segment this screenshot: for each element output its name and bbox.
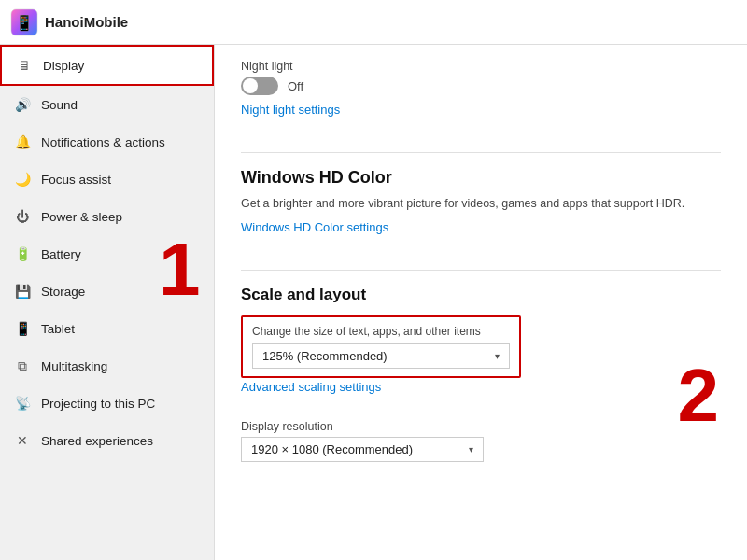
sidebar-item-tablet[interactable]: 📱 Tablet [0, 310, 214, 347]
notifications-icon: 🔔 [13, 133, 32, 151]
divider-2 [241, 270, 721, 271]
night-light-label: Night light [241, 60, 721, 73]
sidebar-item-shared[interactable]: ✕ Shared experiences [0, 422, 214, 459]
sidebar-label-battery: Battery [41, 247, 81, 261]
scale-dropdown-select[interactable]: 125% (Recommended) ▾ [252, 343, 510, 369]
sidebar-item-focus[interactable]: 🌙 Focus assist [0, 161, 214, 198]
night-light-toggle-row: Off [241, 77, 721, 95]
sidebar-label-storage: Storage [41, 285, 85, 299]
scale-dropdown-value: 125% (Recommended) [262, 349, 388, 363]
sidebar-label-projecting: Projecting to this PC [41, 397, 155, 411]
hd-color-title: Windows HD Color [241, 168, 721, 188]
logo-icon: 📱 [9, 7, 39, 37]
night-light-settings-link[interactable]: Night light settings [241, 103, 340, 117]
storage-icon: 💾 [13, 282, 32, 301]
sidebar-item-power[interactable]: ⏻ Power & sleep [0, 198, 214, 235]
sidebar-label-tablet: Tablet [41, 322, 75, 336]
sidebar-item-projecting[interactable]: 📡 Projecting to this PC [0, 385, 214, 422]
resolution-dropdown-arrow: ▾ [469, 444, 473, 455]
sidebar-item-notifications[interactable]: 🔔 Notifications & actions [0, 123, 214, 161]
hd-color-desc: Get a brighter and more vibrant picture … [241, 195, 721, 213]
scale-dropdown-arrow: ▾ [495, 351, 500, 361]
night-light-toggle-text: Off [288, 79, 303, 93]
divider-1 [241, 152, 721, 153]
night-light-toggle[interactable] [241, 77, 278, 95]
resolution-dropdown[interactable]: 1920 × 1080 (Recommended) ▾ [241, 437, 484, 462]
sidebar-label-power: Power & sleep [41, 210, 122, 224]
advanced-scaling-link[interactable]: Advanced scaling settings [241, 380, 381, 394]
scale-layout-section: Scale and layout Change the size of text… [241, 286, 721, 462]
sidebar-label-sound: Sound [41, 98, 78, 112]
main-layout: 🖥 Display 🔊 Sound 🔔 Notifications & acti… [0, 45, 747, 560]
sidebar-label-shared: Shared experiences [41, 434, 153, 448]
battery-icon: 🔋 [13, 245, 32, 263]
sidebar: 🖥 Display 🔊 Sound 🔔 Notifications & acti… [0, 45, 215, 560]
focus-icon: 🌙 [13, 170, 32, 189]
projecting-icon: 📡 [13, 394, 32, 413]
power-icon: ⏻ [13, 207, 32, 226]
tablet-icon: 📱 [13, 319, 32, 338]
sidebar-item-battery[interactable]: 🔋 Battery [0, 235, 214, 273]
logo-text: HanoiMobile [45, 14, 128, 30]
sidebar-item-sound[interactable]: 🔊 Sound [0, 86, 214, 123]
resolution-label: Display resolution [241, 420, 721, 433]
display-icon: 🖥 [15, 56, 34, 75]
sidebar-item-multitasking[interactable]: ⧉ Multitasking [0, 347, 214, 385]
scale-dropdown-label: Change the size of text, apps, and other… [252, 325, 510, 338]
sidebar-item-display[interactable]: 🖥 Display [0, 45, 214, 86]
scale-layout-title: Scale and layout [241, 286, 721, 304]
scale-dropdown-box: Change the size of text, apps, and other… [241, 315, 521, 378]
resolution-value: 1920 × 1080 (Recommended) [251, 442, 413, 456]
content-area: Night light Off Night light settings Win… [215, 45, 747, 560]
multitasking-icon: ⧉ [13, 357, 32, 375]
sidebar-label-notifications: Notifications & actions [41, 135, 165, 149]
hd-color-settings-link[interactable]: Windows HD Color settings [241, 220, 388, 234]
sidebar-label-display: Display [43, 59, 84, 73]
svg-text:📱: 📱 [15, 14, 34, 32]
sidebar-label-multitasking: Multitasking [41, 359, 107, 373]
hd-color-section: Windows HD Color Get a brighter and more… [241, 168, 721, 251]
sidebar-label-focus: Focus assist [41, 173, 111, 187]
top-bar: 📱 HanoiMobile [0, 0, 747, 45]
night-light-section: Night light Off Night light settings [241, 60, 721, 133]
sidebar-item-storage[interactable]: 💾 Storage [0, 273, 214, 310]
shared-icon: ✕ [13, 431, 32, 450]
sound-icon: 🔊 [13, 95, 32, 114]
